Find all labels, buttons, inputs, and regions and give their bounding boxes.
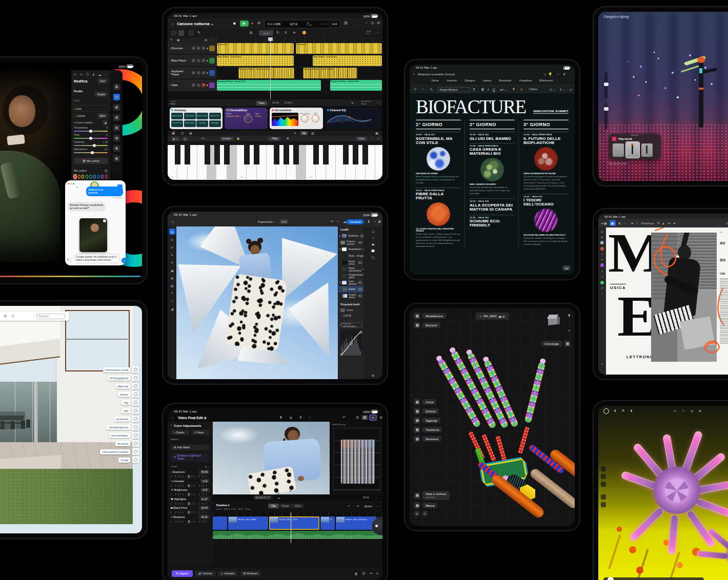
reset-button[interactable]: ↺ Reset [191, 430, 210, 435]
pencil-tool[interactable]: ✎ [601, 253, 603, 256]
track-bass[interactable]: 2Bass PlayerMSR [168, 55, 216, 67]
print-icon[interactable]: ⎙ [11, 314, 14, 318]
remove-attachment-icon[interactable]: × [103, 219, 106, 222]
heal-icon[interactable] [113, 125, 120, 131]
snap-setting[interactable]: Snap1/4 ⌄ [366, 30, 371, 35]
canvas[interactable] [176, 226, 338, 379]
tool-row[interactable]: Guida [118, 457, 139, 463]
alchemy-pad[interactable]: Synth Pluck [171, 120, 183, 127]
capture-icon[interactable]: ⧇ [290, 416, 292, 420]
drive-knob[interactable] [244, 115, 252, 123]
back-chevron[interactable]: ‹ [76, 184, 78, 190]
share-icon[interactable]: ⬆ [92, 72, 95, 77]
transform-tool[interactable]: Trasforma [414, 426, 442, 433]
flipbook-frame[interactable] [613, 143, 624, 157]
lasso-tool[interactable]: ☍ [169, 244, 175, 250]
viewer-more-icon[interactable]: ⋯ [376, 496, 379, 499]
project-title[interactable]: Video Final Edit ⊜ [178, 416, 207, 420]
search-tool[interactable]: Cerca [414, 399, 436, 405]
tool-row[interactable]: Stili [122, 407, 139, 414]
audio-track[interactable] [213, 531, 382, 539]
layers-icon[interactable]: ≣ [618, 221, 621, 225]
arrows-icon[interactable]: ✥ [287, 137, 289, 140]
scale-button[interactable]: Scale [356, 137, 367, 141]
back-chevron[interactable]: ‹ [413, 72, 415, 76]
mute-button[interactable]: M [191, 46, 195, 50]
settings-icon[interactable]: ✿ [378, 220, 381, 224]
camera-icon[interactable]: ◎ [691, 409, 693, 412]
timeline-more-icon[interactable]: ⋯ [377, 504, 380, 507]
elements-selector[interactable]: Elementi [414, 322, 440, 328]
layer-row[interactable]: ▸Modifiche [338, 233, 364, 239]
material-tool[interactable] [601, 494, 606, 500]
slider-exposure[interactable]: ↕ Exposure45.59 [168, 469, 213, 478]
region-drummer[interactable]: Drummer [217, 43, 294, 54]
play-icon[interactable]: ▷ [674, 409, 677, 412]
export-icon[interactable]: ⬆ [568, 314, 571, 318]
brush-opacity-slider[interactable] [604, 103, 608, 130]
flipbook-frame-current[interactable] [626, 142, 639, 158]
history-icon[interactable] [113, 155, 120, 162]
record-enable-button[interactable]: R [201, 46, 206, 50]
clock-icon[interactable]: ◷ [371, 21, 374, 25]
mixer-icon[interactable]: ▥ [344, 21, 348, 25]
octave-stepper[interactable]: ‹ 0 › [199, 137, 206, 140]
document-name[interactable]: Frammenti ⌄ [258, 220, 276, 223]
redo-icon[interactable]: ↷ [80, 72, 83, 77]
format-painter-icon[interactable]: ✎ [430, 88, 433, 92]
timeline-scrubber[interactable] [603, 577, 704, 580]
adjust-rail-icon[interactable]: ◑ [372, 236, 374, 239]
keyboard-mode-button[interactable]: ⌨ [300, 131, 308, 135]
extend-icon[interactable]: ⇥ [369, 571, 372, 576]
region-keyboard[interactable]: Keyboard Player - Brown Chords [238, 68, 294, 78]
ribbon-tab[interactable]: Home [429, 78, 442, 85]
cell-view-icon[interactable] [188, 30, 194, 36]
cursor-icon[interactable]: ➤ [631, 221, 634, 225]
tool-row[interactable]: Scene [118, 391, 139, 398]
text-size-icon[interactable]: aA ⌄ [500, 88, 507, 91]
measure-field[interactable]: Distanza [36, 314, 65, 319]
italic-button[interactable]: I [488, 88, 489, 91]
keys-more-icon[interactable]: ⋯ [372, 137, 375, 140]
tool-row[interactable]: Informazioni entità [103, 366, 139, 373]
footer-tab-output[interactable]: Output [285, 101, 292, 104]
volume-button[interactable]: 🔊 Volume [195, 571, 215, 576]
line-spacing-icon[interactable]: ⇕ ⌄ [559, 88, 565, 91]
document-title[interactable]: Biofacture Innovation Summit [418, 73, 455, 76]
eyedropper-tool[interactable]: ◢ [169, 305, 175, 312]
alchemy-pad[interactable]: Metallic Swell [196, 113, 208, 119]
piano-keyboard[interactable]: C1 C3 C5 [168, 145, 382, 180]
measure-button[interactable]: Misura [414, 502, 437, 509]
comments-rail-icon[interactable]: 💬 [371, 249, 375, 253]
back-chevron[interactable]: ‹ [172, 416, 173, 420]
disable-button[interactable]: ◑ Disable [171, 430, 190, 435]
editor-icon[interactable]: ✎ Editor [529, 88, 538, 91]
section-view-button[interactable]: Vista in sezioneDisattivata [414, 491, 450, 500]
move-tool[interactable] [601, 466, 606, 471]
back-chevron[interactable]: ‹ [172, 21, 173, 27]
layers-rail-icon[interactable]: ❏ [372, 230, 374, 233]
paint-tool[interactable] [600, 241, 604, 244]
highlight-icon[interactable]: ▼ [512, 88, 515, 91]
ribbon-tab[interactable]: Inserisci [443, 78, 460, 85]
tool-row[interactable]: Ombreggiatura [107, 375, 139, 381]
layer-row[interactable]: Punto di blu [338, 259, 364, 266]
drag-on-image-button[interactable]: ✛ Trascina sull’immagine [340, 322, 362, 327]
tool-row[interactable]: Ammorbidisci [109, 432, 139, 439]
slider-highlights[interactable]: ✺ Highlights11.27 [168, 495, 213, 505]
color-section[interactable]: ⌄ Colore [74, 114, 85, 117]
robotic-hand-model[interactable] [425, 339, 553, 493]
stretch-tool-icon[interactable]: X [285, 31, 287, 34]
editor-view-icon[interactable] [178, 30, 184, 36]
document-icon-selected[interactable]: ▣ [610, 220, 616, 226]
bullets-icon[interactable]: ≡ ⌄ [550, 88, 555, 91]
lock-icon[interactable]: 🔒 [236, 137, 240, 140]
ribbon-tab[interactable]: Revisione [496, 78, 514, 85]
light-section[interactable]: › Luce [74, 107, 82, 110]
keyboard-select-chip[interactable]: ▮ ⌄ [171, 137, 180, 141]
redo-icon[interactable]: ↷ [336, 220, 339, 224]
mix-colore-button[interactable]: Mix colore [74, 158, 108, 164]
hand-icon[interactable]: ☝ [636, 221, 638, 225]
settings-icon[interactable]: ⊛ [699, 409, 701, 412]
cycle-icon[interactable]: ⇄ [257, 21, 260, 25]
